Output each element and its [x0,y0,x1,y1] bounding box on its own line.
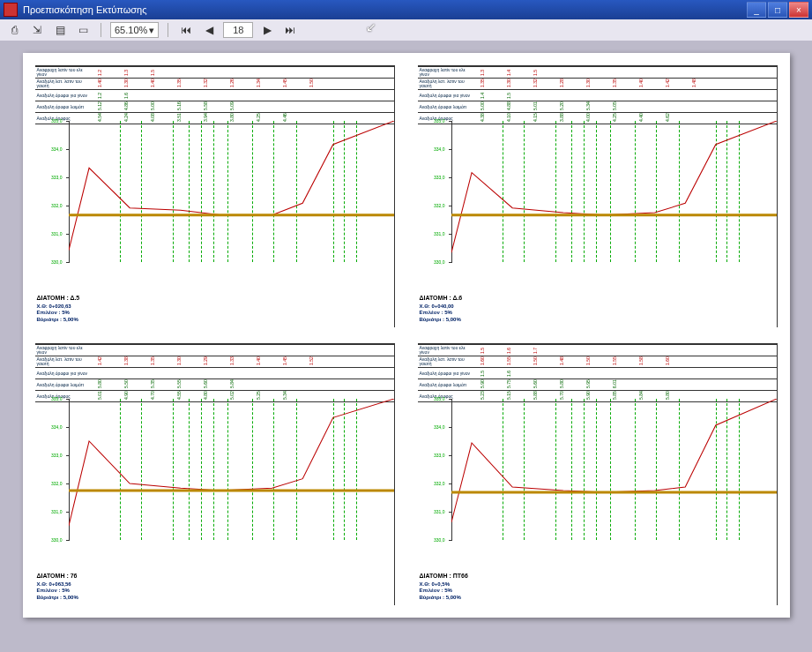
first-icon: ⏮ [181,24,191,36]
page-number-input[interactable]: 18 [223,22,253,38]
preview-workspace: Αναφροχη λατίν του ελε γίνον1.21.31.5Ανα… [0,41,812,652]
band-value: 1.42 [665,79,670,87]
scale-h: Επιλέον : 5% [420,310,463,317]
window-title: Προεπισκόπηση Εκτύπωσης [23,4,747,15]
band-value: 1.32 [203,79,208,87]
band-value: 1.4 [480,93,485,99]
scale-v: Βύριάτρι : 5,00% [420,317,463,324]
band-value: 5.50 [123,379,129,388]
band-value: 5.80 [559,379,564,388]
data-band-row: Αναξιολη λατ. λατίν του γαιοτή1.421.381.… [35,356,394,368]
y-tick: 332,0 [35,206,69,206]
band-value: 5.09 [229,101,235,110]
scale-v: Βύριάτρι : 5,00% [37,317,80,324]
band-value: 1.58 [638,356,644,365]
prev-icon: ◀ [205,24,213,36]
band-value: 5.00 [150,101,155,110]
y-tick: 334,0 [35,427,69,428]
terrain-plot [69,121,394,262]
scale-v: Βύριάτρι : 5,00% [420,595,468,602]
section-title: ΔΙΑΤΟΜΗ : Δ.5 [37,294,80,302]
cross-section-panel: Αναφροχη λατίν του ελε γίνον1.51.61.7Ανα… [418,343,778,605]
band-value: 1.28 [559,79,564,87]
data-band-row: Αναξιολη λατ. λατίν του γαιοτή1.351.301.… [418,79,777,90]
band-value: 1.29 [203,356,208,365]
band-value: 1.33 [229,356,235,365]
band-label: Αναφροχη λατίν του ελε γίνον [37,346,90,355]
data-band-row: Αναξιολη όροφοι λοιμόπ5.805.505.355.555.… [35,379,394,391]
band-label: Αναφροχη λατίν του ελε γίνον [37,68,90,77]
band-value: 5.05 [612,101,617,110]
close-button[interactable]: × [789,2,808,18]
band-value: 1.52 [309,356,314,365]
y-tick: 331,0 [35,234,69,235]
minimize-button[interactable]: _ [747,2,766,18]
band-label: Αναξιολη όροφοι για γίνον [37,371,90,376]
data-band-row: Αναφροχη λατίν του ελε γίνον1.21.31.5 [35,67,394,79]
page-value: 18 [233,25,243,35]
y-tick: 332,0 [418,206,451,206]
nav-first-button[interactable]: ⏮ [177,21,195,39]
band-value: 1.55 [506,356,511,365]
section-info: ΔΙΑΤΟΜΗ : 76Χ.Θ: 0+063,56Επιλέον : 5%Βύρ… [37,572,78,602]
band-value: 4.88 [506,101,511,110]
band-value: 1.2 [97,93,102,99]
band-value: 1.30 [585,79,591,87]
band-value: 1.6 [506,371,511,377]
band-value: 1.40 [97,79,102,87]
band-value: 1.26 [229,79,235,87]
band-value: 1.35 [612,79,617,87]
fit-button[interactable]: ▭ [74,21,92,39]
y-tick: 332,0 [35,483,69,484]
station-label: Χ.Θ: 0+0,5% [420,581,468,588]
cross-section-panel: Αναφροχη λατίν του ελε γίνον1.31.41.5Ανα… [418,65,778,327]
band-label: Αναξιολη λατ. λατίν του γαιοτή [420,79,473,88]
section-info: ΔΙΑΤΟΜΗ : ΠΤ66Χ.Θ: 0+0,5%Επιλέον : 5%Βύρ… [420,572,468,602]
window-titlebar: Προεπισκόπηση Εκτύπωσης _ □ × [0,0,812,19]
band-label: Αναξιολη όροφος [37,394,90,399]
nav-last-button[interactable]: ⏭ [281,21,299,39]
band-value: 1.40 [638,79,644,87]
band-value: 1.5 [506,93,511,99]
terrain-plot [451,121,777,262]
band-label: Αναξιολη λατ. λατίν του γαιοτή [37,79,90,88]
band-label: Αναφροχη λατίν του ελε γίνον [420,68,473,77]
nav-next-button[interactable]: ▶ [258,21,276,39]
maximize-button[interactable]: □ [768,2,787,18]
band-value: 1.50 [533,356,538,365]
export-button[interactable]: ⇲ [28,21,46,39]
band-value: 1.5 [480,348,485,354]
band-value: 5.12 [97,101,102,110]
band-value: 1.30 [176,356,182,365]
band-label: Αναξιολη όροφος [37,116,90,121]
section-title: ΔΙΑΤΟΜΗ : 76 [37,572,78,580]
band-value: 5.84 [229,379,235,388]
nav-prev-button[interactable]: ◀ [200,21,218,39]
zoom-value: 65.10% [115,25,147,35]
band-value: 5.55 [176,379,182,388]
cursor-icon: ↖ [366,21,376,35]
data-bands: Αναφροχη λατίν του ελε γίνονΑναξιολη λατ… [35,344,394,402]
toolbar-separator [168,23,168,37]
band-value: 6.01 [612,379,617,388]
zoom-combo[interactable]: 65.10% ▾ [110,22,159,38]
band-value: 1.5 [150,70,155,76]
y-tick: 335,0 [35,121,69,122]
band-value: 5.01 [533,101,538,110]
layout-button[interactable]: ▤ [51,21,69,39]
band-value: 5.60 [203,379,208,388]
section-title: ΔΙΑΤΟΜΗ : ΠΤ66 [420,572,468,580]
y-tick: 331,0 [35,512,69,513]
band-value: 5.58 [203,101,208,110]
data-bands: Αναφροχη λατίν του ελε γίνον1.51.61.7Ανα… [418,344,777,402]
y-tick: 331,0 [418,234,451,235]
data-band-row: Αναξιολη όροφοι για γίνον [35,368,394,379]
band-value: 1.2 [97,70,102,76]
data-band-row: Αναξιολη λατ. λατίν του γαιοτή1.601.551.… [418,356,777,368]
band-value: 5.75 [506,379,511,388]
band-value: 1.7 [533,348,538,354]
band-value: 1.32 [533,79,538,87]
print-button[interactable]: ⎙ [5,21,23,39]
data-band-row: Αναξιολη όροφοι για γίνον1.41.5 [418,90,777,101]
section-info: ΔΙΑΤΟΜΗ : Δ.6Χ.Θ: 0+040,00Επιλέον : 5%Βύ… [420,294,463,324]
